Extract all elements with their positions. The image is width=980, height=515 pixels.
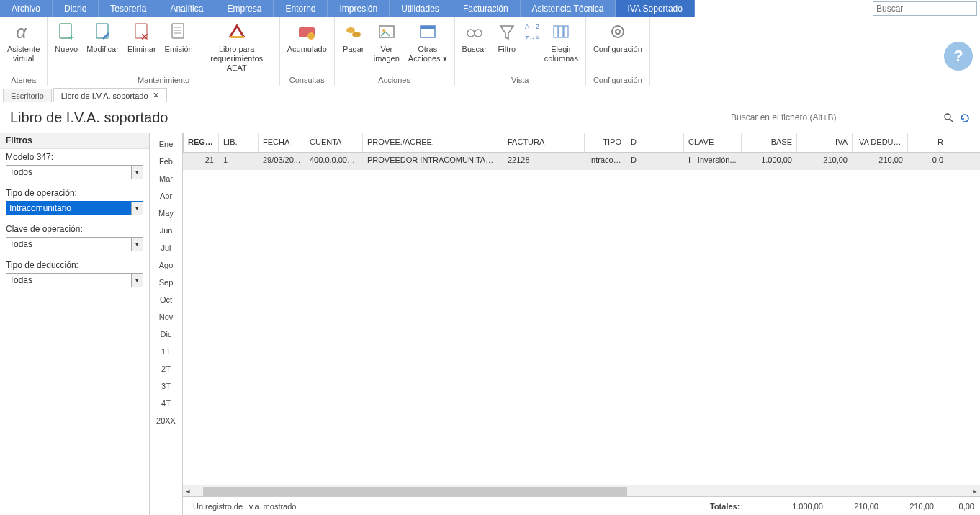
period-abr[interactable]: Abr bbox=[150, 187, 182, 205]
cell-factura: 22128 bbox=[503, 153, 585, 170]
cell-base: 1.000,00 bbox=[742, 153, 797, 170]
col-tipo[interactable]: TIPO bbox=[585, 133, 626, 152]
emision-button[interactable]: Emisión bbox=[161, 19, 197, 76]
menu-facturacion[interactable]: Facturación bbox=[451, 0, 521, 17]
group-acciones-label: Acciones bbox=[338, 76, 451, 86]
svg-text:α: α bbox=[16, 21, 27, 42]
svg-point-28 bbox=[616, 30, 620, 34]
nuevo-button[interactable]: ＋Nuevo bbox=[50, 19, 82, 76]
menu-archivo[interactable]: Archivo bbox=[0, 0, 53, 17]
file-search-input[interactable] bbox=[729, 109, 938, 125]
tab-escritorio[interactable]: Escritorio bbox=[3, 89, 52, 102]
period-mar[interactable]: Mar bbox=[150, 170, 182, 187]
tipo-operacion-select[interactable]: Intracomunitario▾ bbox=[6, 201, 143, 215]
col-base[interactable]: BASE bbox=[742, 133, 797, 152]
col-d[interactable]: D bbox=[626, 133, 684, 152]
chevron-down-icon: ▾ bbox=[131, 202, 143, 215]
menu-utilidades[interactable]: Utilidades bbox=[390, 0, 451, 17]
menu-tesoreria[interactable]: Tesorería bbox=[99, 0, 158, 17]
col-registro[interactable]: REGIS... bbox=[183, 133, 219, 152]
tipo-deduccion-label: Tipo de deducción: bbox=[6, 260, 143, 270]
period-oct[interactable]: Oct bbox=[150, 291, 182, 308]
period-jun[interactable]: Jun bbox=[150, 222, 182, 239]
period-1t[interactable]: 1T bbox=[150, 343, 182, 360]
search-icon[interactable] bbox=[943, 112, 954, 123]
svg-rect-26 bbox=[564, 26, 568, 37]
scroll-right-icon[interactable]: ► bbox=[970, 488, 980, 495]
refresh-icon[interactable] bbox=[958, 112, 970, 123]
document-tabs: Escritorio Libro de I.V.A. soportado✕ bbox=[0, 86, 980, 102]
menu-diario[interactable]: Diario bbox=[53, 0, 99, 17]
pagar-button[interactable]: Pagar bbox=[338, 19, 369, 76]
image-icon bbox=[375, 20, 398, 43]
clave-operacion-select[interactable]: Todas▾ bbox=[6, 237, 143, 251]
total-base: 1.000,00 bbox=[768, 502, 823, 511]
period-4t[interactable]: 4T bbox=[150, 395, 182, 412]
modelo-347-label: Modelo 347: bbox=[6, 152, 143, 162]
svg-rect-7 bbox=[172, 24, 184, 38]
col-r[interactable]: R bbox=[908, 133, 948, 152]
period-ene[interactable]: Ene bbox=[150, 135, 182, 153]
menu-impresion[interactable]: Impresión bbox=[328, 0, 390, 17]
period-feb[interactable]: Feb bbox=[150, 153, 182, 170]
eliminar-button[interactable]: ✕Eliminar bbox=[123, 19, 161, 76]
period-sep[interactable]: Sep bbox=[150, 274, 182, 291]
asistente-virtual-button[interactable]: α Asistente virtual bbox=[3, 19, 44, 76]
svg-text:＋: ＋ bbox=[66, 31, 76, 42]
col-iva[interactable]: IVA bbox=[797, 133, 853, 152]
period-ago[interactable]: Ago bbox=[150, 256, 182, 274]
orden-button[interactable]: A→ZZ→A bbox=[523, 19, 540, 76]
tab-libro-iva[interactable]: Libro de I.V.A. soportado✕ bbox=[53, 88, 167, 102]
period-jul[interactable]: Jul bbox=[150, 239, 182, 256]
horizontal-scrollbar[interactable]: ◄ ► bbox=[183, 485, 980, 496]
scroll-left-icon[interactable]: ◄ bbox=[183, 488, 193, 495]
menu-analitica[interactable]: Analítica bbox=[158, 0, 215, 17]
elegir-columnas-button[interactable]: Elegir columnas bbox=[540, 19, 583, 76]
configuracion-button[interactable]: Configuración bbox=[589, 19, 647, 76]
cell-proveedor: PROVEEDOR INTRACOMUNITARIO bbox=[363, 153, 503, 170]
grid-header: REGIS... LIB. FECHA CUENTA PROVEE./ACREE… bbox=[183, 133, 980, 153]
tipo-deduccion-select[interactable]: Todas▾ bbox=[6, 273, 143, 287]
document-pencil-icon bbox=[91, 20, 114, 43]
col-iva-deducible[interactable]: IVA DEDUCI... bbox=[853, 133, 908, 152]
svg-point-14 bbox=[346, 27, 355, 33]
table-row[interactable]: 21 1 29/03/20... 400.0.0.00005 PROVEEDOR… bbox=[183, 153, 980, 170]
cell-tipo: Intracom... bbox=[585, 153, 626, 170]
col-fecha[interactable]: FECHA bbox=[259, 133, 305, 152]
menu-entorno[interactable]: Entorno bbox=[274, 0, 328, 17]
otras-acciones-button[interactable]: Otras Acciones ▾ bbox=[404, 19, 451, 76]
period-may[interactable]: May bbox=[150, 205, 182, 222]
col-factura[interactable]: FACTURA bbox=[503, 133, 585, 152]
period-3t[interactable]: 3T bbox=[150, 377, 182, 395]
global-search-input[interactable] bbox=[873, 1, 977, 16]
document-list-icon bbox=[167, 20, 190, 43]
col-clave[interactable]: CLAVE bbox=[684, 133, 742, 152]
menu-asistencia[interactable]: Asistencia Técnica bbox=[521, 0, 616, 17]
total-r: 0,00 bbox=[934, 502, 974, 511]
period-year[interactable]: 20XX bbox=[150, 412, 182, 429]
col-proveedor[interactable]: PROVEE./ACREE. bbox=[363, 133, 503, 152]
modificar-button[interactable]: Modificar bbox=[82, 19, 123, 76]
total-deducible: 210,00 bbox=[878, 502, 934, 511]
window-icon bbox=[416, 20, 439, 43]
filtro-button[interactable]: Filtro bbox=[491, 19, 523, 76]
help-icon[interactable]: ? bbox=[944, 42, 973, 71]
menu-empresa[interactable]: Empresa bbox=[215, 0, 274, 17]
menu-iva-soportado[interactable]: IVA Soportado bbox=[616, 0, 695, 17]
scroll-thumb[interactable] bbox=[203, 487, 627, 496]
totals-label: Totales: bbox=[710, 502, 768, 511]
libro-aeat-button[interactable]: Libro para requerimientos AEAT bbox=[197, 19, 277, 76]
col-lib[interactable]: LIB. bbox=[219, 133, 259, 152]
period-2t[interactable]: 2T bbox=[150, 360, 182, 377]
svg-point-20 bbox=[467, 30, 475, 37]
period-dic[interactable]: Dic bbox=[150, 326, 182, 343]
col-cuenta[interactable]: CUENTA bbox=[305, 133, 363, 152]
buscar-button[interactable]: Buscar bbox=[458, 19, 491, 76]
close-icon[interactable]: ✕ bbox=[153, 91, 159, 100]
folder-money-icon bbox=[295, 20, 318, 43]
svg-rect-19 bbox=[421, 26, 435, 29]
ver-imagen-button[interactable]: Ver imagen bbox=[369, 19, 404, 76]
acumulado-button[interactable]: Acumulado bbox=[283, 19, 331, 76]
modelo-347-select[interactable]: Todos▾ bbox=[6, 165, 143, 179]
period-nov[interactable]: Nov bbox=[150, 308, 182, 326]
